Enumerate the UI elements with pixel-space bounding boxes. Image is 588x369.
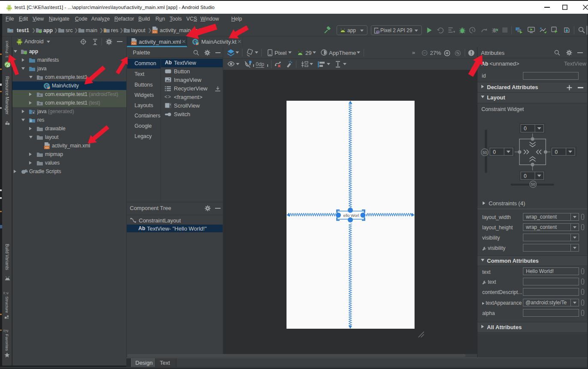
svg-text:0: 0 xyxy=(524,173,527,179)
svg-text:0: 0 xyxy=(555,149,558,155)
svg-text:<>: <> xyxy=(45,146,48,150)
svg-text:0: 0 xyxy=(493,149,496,155)
svg-text:0: 0 xyxy=(524,126,527,132)
svg-text:ello Worl: ello Worl xyxy=(343,213,359,218)
svg-text:50: 50 xyxy=(531,182,535,186)
svg-text:50: 50 xyxy=(483,150,487,155)
svg-text:<>: <> xyxy=(132,42,135,45)
svg-text:<>: <> xyxy=(153,30,156,34)
